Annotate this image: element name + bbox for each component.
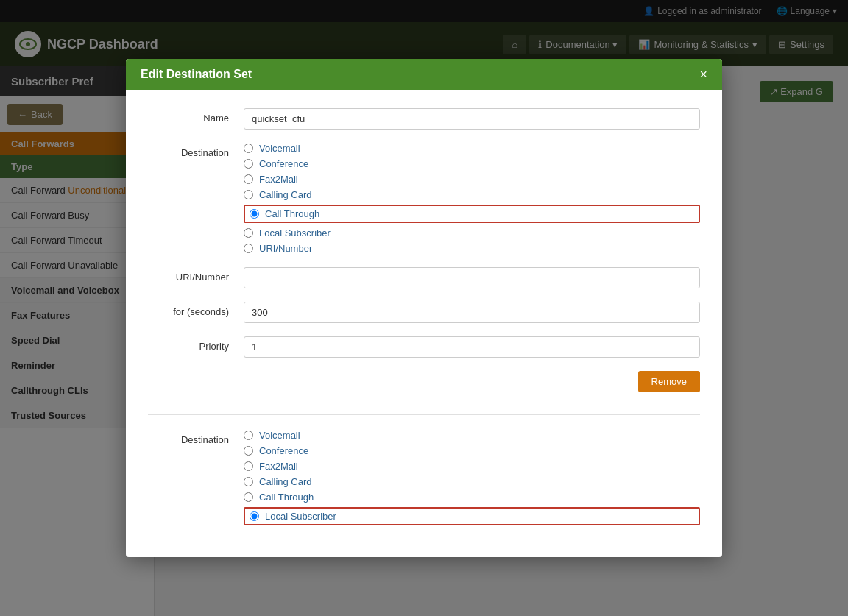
name-row: Name: [148, 108, 700, 130]
for-seconds-label: for (seconds): [148, 302, 244, 317]
priority-input[interactable]: [244, 336, 700, 358]
radio-fax2mail-2[interactable]: Fax2Mail: [244, 461, 700, 472]
modal-close-button[interactable]: ×: [699, 68, 707, 81]
priority-row: Priority: [148, 336, 700, 358]
radio-callthrough-2[interactable]: Call Through: [244, 492, 700, 503]
priority-label: Priority: [148, 336, 244, 352]
remove-button-row: Remove: [148, 371, 700, 403]
modal-body: Name Destination Voicemail Conference Fa…: [126, 90, 722, 557]
name-input[interactable]: [244, 108, 700, 130]
destination-label-1: Destination: [148, 143, 244, 158]
destination-row-2: Destination Voicemail Conference Fax2Mai…: [148, 430, 700, 525]
uri-number-row: URI/Number: [148, 267, 700, 288]
radio-fax2mail-1[interactable]: Fax2Mail: [244, 174, 700, 185]
radio-voicemail-1[interactable]: Voicemail: [244, 143, 700, 154]
section-divider: [148, 414, 700, 415]
destination-row-1: Destination Voicemail Conference Fax2Mai…: [148, 143, 700, 254]
uri-number-label: URI/Number: [148, 267, 244, 283]
modal-title: Edit Destination Set: [141, 68, 252, 81]
modal-header: Edit Destination Set ×: [126, 59, 722, 90]
destination-label-2: Destination: [148, 430, 244, 445]
uri-number-input[interactable]: [244, 267, 700, 288]
for-seconds-row: for (seconds): [148, 302, 700, 323]
radio-localsubscriber-1[interactable]: Local Subscriber: [244, 227, 700, 238]
destination-radio-group-2: Voicemail Conference Fax2Mail Calling Ca…: [244, 430, 700, 525]
radio-callingcard-1[interactable]: Calling Card: [244, 189, 700, 200]
radio-conference-1[interactable]: Conference: [244, 158, 700, 169]
name-label: Name: [148, 108, 244, 124]
radio-callingcard-2[interactable]: Calling Card: [244, 476, 700, 487]
radio-localsubscriber-2[interactable]: Local Subscriber: [244, 507, 700, 525]
remove-button[interactable]: Remove: [638, 371, 700, 392]
radio-voicemail-2[interactable]: Voicemail: [244, 430, 700, 441]
modal-overlay: Edit Destination Set × Name Destination …: [0, 0, 848, 616]
destination-radio-group-1: Voicemail Conference Fax2Mail Calling Ca…: [244, 143, 700, 254]
radio-urinumber-1[interactable]: URI/Number: [244, 243, 700, 254]
for-seconds-input[interactable]: [244, 302, 700, 323]
edit-destination-set-modal: Edit Destination Set × Name Destination …: [126, 59, 722, 557]
radio-callthrough-1[interactable]: Call Through: [244, 205, 700, 223]
radio-conference-2[interactable]: Conference: [244, 445, 700, 456]
